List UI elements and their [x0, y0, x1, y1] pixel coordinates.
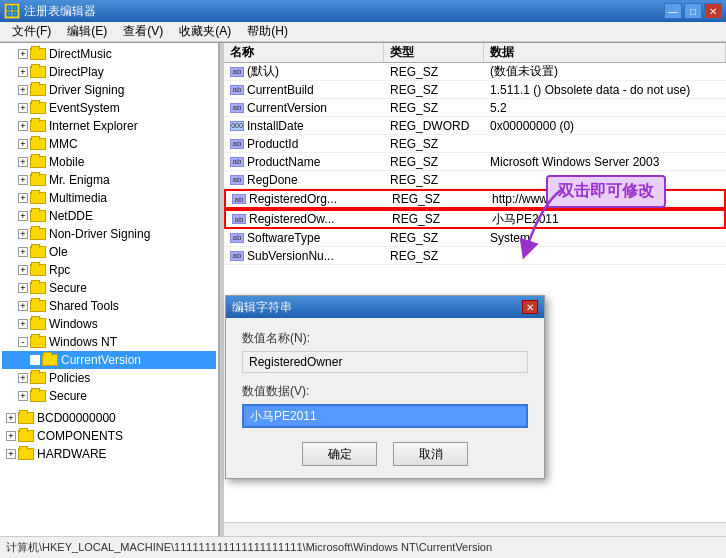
- reg-name-cell: ab CurrentBuild: [224, 81, 384, 98]
- svg-rect-1: [13, 6, 17, 10]
- expand-icon[interactable]: -: [18, 337, 28, 347]
- tree-item-components[interactable]: + COMPONENTS: [2, 427, 216, 445]
- tree-item-currentversion[interactable]: + CurrentVersion: [2, 351, 216, 369]
- expand-icon[interactable]: +: [18, 391, 28, 401]
- tree-label: DirectMusic: [49, 47, 112, 61]
- expand-icon[interactable]: +: [18, 175, 28, 185]
- reg-icon: ab: [232, 194, 246, 204]
- expand-icon[interactable]: +: [6, 413, 16, 423]
- folder-icon: [30, 102, 46, 114]
- reg-data-cell: 5.2: [484, 99, 726, 116]
- tree-item-directplay[interactable]: + DirectPlay: [2, 63, 216, 81]
- expand-icon[interactable]: +: [18, 373, 28, 383]
- tree-label: COMPONENTS: [37, 429, 123, 443]
- reg-row-registeredow[interactable]: ab RegisteredOw... REG_SZ 小马PE2011: [224, 209, 726, 229]
- folder-icon: [30, 372, 46, 384]
- tree-item-multimedia[interactable]: + Multimedia: [2, 189, 216, 207]
- expand-icon[interactable]: +: [18, 103, 28, 113]
- tree-item-mobile[interactable]: + Mobile: [2, 153, 216, 171]
- tree-label: Secure: [49, 389, 87, 403]
- reg-row-currentbuild[interactable]: ab CurrentBuild REG_SZ 1.511.1 () Obsole…: [224, 81, 726, 99]
- expand-icon[interactable]: +: [18, 265, 28, 275]
- dialog-data-input[interactable]: [242, 404, 528, 428]
- tree-item-mrenigma[interactable]: + Mr. Enigma: [2, 171, 216, 189]
- tree-item-windows[interactable]: + Windows: [2, 315, 216, 333]
- expand-icon[interactable]: +: [6, 431, 16, 441]
- tree-label: Mobile: [49, 155, 84, 169]
- dialog-name-label: 数值名称(N):: [242, 330, 528, 347]
- reg-type-cell: REG_SZ: [384, 171, 484, 188]
- reg-row-softwaretype[interactable]: ab SoftwareType REG_SZ System: [224, 229, 726, 247]
- tree-item-driversigning[interactable]: + Driver Signing: [2, 81, 216, 99]
- folder-icon: [30, 318, 46, 330]
- expand-icon[interactable]: +: [18, 211, 28, 221]
- reg-row-productid[interactable]: ab ProductId REG_SZ: [224, 135, 726, 153]
- app-icon: [4, 3, 20, 19]
- expand-icon[interactable]: +: [18, 229, 28, 239]
- right-scrollbar-h[interactable]: [224, 522, 726, 536]
- expand-icon[interactable]: +: [18, 247, 28, 257]
- tree-item-directmusic[interactable]: + DirectMusic: [2, 45, 216, 63]
- dialog-cancel-button[interactable]: 取消: [393, 442, 468, 466]
- menu-view[interactable]: 查看(V): [115, 21, 171, 42]
- col-header-type: 类型: [384, 43, 484, 62]
- tree-label: Rpc: [49, 263, 70, 277]
- tree-item-nondriversigning[interactable]: + Non-Driver Signing: [2, 225, 216, 243]
- reg-row-default[interactable]: ab (默认) REG_SZ (数值未设置): [224, 63, 726, 81]
- tree-item-hardware[interactable]: + HARDWARE: [2, 445, 216, 463]
- expand-icon[interactable]: +: [18, 301, 28, 311]
- expand-icon[interactable]: +: [18, 319, 28, 329]
- reg-data-cell: Microsoft Windows Server 2003: [484, 153, 726, 170]
- menu-help[interactable]: 帮助(H): [239, 21, 296, 42]
- menu-file[interactable]: 文件(F): [4, 21, 59, 42]
- expand-icon[interactable]: +: [18, 139, 28, 149]
- dialog-close-button[interactable]: ✕: [522, 300, 538, 314]
- tree-label: Ole: [49, 245, 68, 259]
- minimize-button[interactable]: —: [664, 3, 682, 19]
- tree-item-eventsystem[interactable]: + EventSystem: [2, 99, 216, 117]
- reg-data-cell: 0x00000000 (0): [484, 117, 726, 134]
- tree-item-netdde[interactable]: + NetDDE: [2, 207, 216, 225]
- reg-row-subversionnu[interactable]: ab SubVersionNu... REG_SZ: [224, 247, 726, 265]
- menu-edit[interactable]: 编辑(E): [59, 21, 115, 42]
- expand-icon[interactable]: +: [18, 49, 28, 59]
- close-button[interactable]: ✕: [704, 3, 722, 19]
- dialog-ok-button[interactable]: 确定: [302, 442, 377, 466]
- tree-item-policies[interactable]: + Policies: [2, 369, 216, 387]
- tree-item-windowsnt[interactable]: - Windows NT: [2, 333, 216, 351]
- tree-item-ole[interactable]: + Ole: [2, 243, 216, 261]
- reg-row-installdate[interactable]: 000 InstallDate REG_DWORD 0x00000000 (0): [224, 117, 726, 135]
- tree-label: EventSystem: [49, 101, 120, 115]
- expand-icon[interactable]: +: [18, 85, 28, 95]
- tree-item-mmc[interactable]: + MMC: [2, 135, 216, 153]
- reg-type-cell: REG_SZ: [384, 247, 484, 264]
- expand-icon[interactable]: +: [18, 67, 28, 77]
- expand-icon[interactable]: +: [30, 355, 40, 365]
- reg-row-productname[interactable]: ab ProductName REG_SZ Microsoft Windows …: [224, 153, 726, 171]
- title-controls: — □ ✕: [664, 3, 722, 19]
- reg-type-cell: REG_SZ: [384, 229, 484, 246]
- reg-type-cell: REG_SZ: [384, 135, 484, 152]
- tree-item-secure2[interactable]: + Secure: [2, 387, 216, 405]
- maximize-button[interactable]: □: [684, 3, 702, 19]
- tree-content[interactable]: + DirectMusic + DirectPlay + Driver Sign…: [0, 43, 218, 536]
- reg-name-cell: ab SoftwareType: [224, 229, 384, 246]
- expand-icon[interactable]: +: [6, 449, 16, 459]
- reg-data-cell: (数值未设置): [484, 63, 726, 80]
- expand-icon[interactable]: +: [18, 121, 28, 131]
- tree-item-sharedtools[interactable]: + Shared Tools: [2, 297, 216, 315]
- expand-icon[interactable]: +: [18, 193, 28, 203]
- reg-type-cell: REG_DWORD: [384, 117, 484, 134]
- menu-favorites[interactable]: 收藏夹(A): [171, 21, 239, 42]
- expand-icon[interactable]: +: [18, 157, 28, 167]
- reg-icon: ab: [230, 139, 244, 149]
- tree-label: Mr. Enigma: [49, 173, 110, 187]
- tree-item-bcd[interactable]: + BCD00000000: [2, 409, 216, 427]
- reg-row-currentversion[interactable]: ab CurrentVersion REG_SZ 5.2: [224, 99, 726, 117]
- tree-item-rpc[interactable]: + Rpc: [2, 261, 216, 279]
- reg-icon: ab: [230, 157, 244, 167]
- expand-icon[interactable]: +: [18, 283, 28, 293]
- tree-item-internetexplorer[interactable]: + Internet Explorer: [2, 117, 216, 135]
- folder-icon: [30, 120, 46, 132]
- tree-item-secure[interactable]: + Secure: [2, 279, 216, 297]
